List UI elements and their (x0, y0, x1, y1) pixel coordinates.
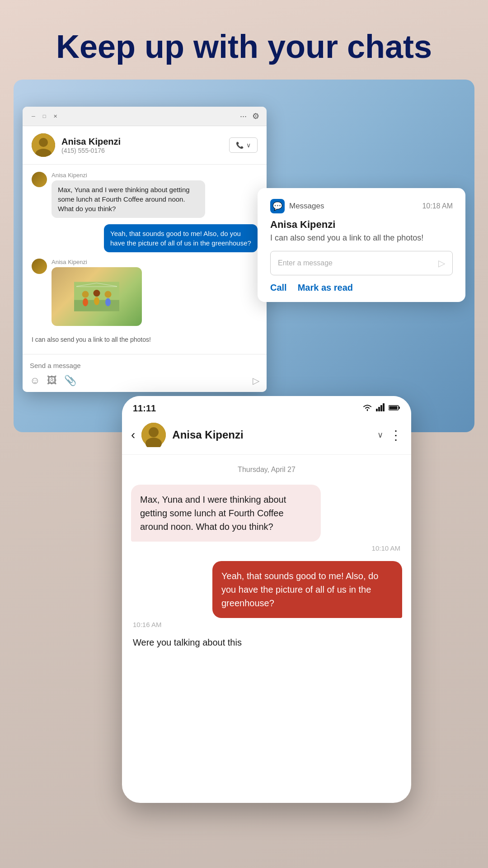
mobile-chat-header: ‹ Anisa Kipenzi ∨ ⋮ (122, 417, 411, 455)
window-controls: ─ □ ✕ (30, 113, 59, 120)
battery-icon (389, 404, 400, 413)
sender-name-2: Anisa Kipenzi (52, 259, 258, 265)
notification-reply-input[interactable]: Enter a message ▷ (270, 251, 453, 275)
date-divider: Thursday, April 27 (131, 466, 402, 474)
mobile-message-sent-1: Yeah, that sounds good to me! Also, do y… (212, 561, 402, 618)
mobile-contact-avatar (141, 423, 166, 447)
svg-rect-14 (376, 409, 378, 411)
svg-point-9 (105, 291, 112, 298)
message-content-2: Anisa Kipenzi (52, 259, 258, 326)
wifi-icon (362, 403, 372, 414)
mobile-more-options[interactable]: ⋮ (389, 428, 402, 443)
mobile-phone-frame: 11:11 (122, 396, 411, 803)
sender-name-1: Anisa Kipenzi (52, 172, 258, 179)
image-attach-icon[interactable]: 🖼 (47, 375, 57, 387)
input-actions: ☺ 🖼 📎 ▷ (30, 371, 259, 387)
notification-app-info: 💬 Messages (270, 199, 324, 213)
svg-point-5 (82, 291, 89, 298)
notification-actions: Call Mark as read (270, 283, 453, 293)
message-input-bar: ☺ 🖼 📎 ▷ (23, 354, 267, 392)
contact-details: Anisa Kipenzi (415) 555-0176 (61, 137, 121, 154)
messages-app-icon: 💬 (272, 201, 282, 211)
call-button[interactable]: 📞 ∨ (229, 137, 258, 153)
contact-avatar (32, 133, 55, 157)
desktop-messages-window: ─ □ ✕ ··· ⚙ (23, 107, 267, 392)
message-bubble-sent: Yeah, that sounds good to me! Also, do y… (104, 224, 258, 252)
svg-rect-16 (380, 405, 382, 411)
svg-rect-19 (399, 407, 400, 409)
mobile-contact-name: Anisa Kipenzi (172, 429, 371, 441)
maximize-button[interactable]: □ (41, 113, 48, 120)
svg-point-22 (149, 427, 159, 437)
notification-time: 10:18 AM (422, 202, 453, 210)
mobile-message-received-1: Max, Yuna and I were thinking about gett… (131, 485, 321, 542)
notification-call-button[interactable]: Call (270, 283, 287, 293)
svg-point-8 (94, 297, 99, 305)
message-content-1: Anisa Kipenzi Max, Yuna and I were think… (52, 172, 258, 218)
svg-point-1 (39, 138, 48, 147)
chat-area: Anisa Kipenzi Max, Yuna and I were think… (23, 165, 267, 354)
file-attach-icon[interactable]: 📎 (64, 375, 76, 387)
app-name: Messages (289, 202, 324, 211)
app-icon: 💬 (270, 199, 285, 213)
sender-avatar-2 (32, 259, 47, 274)
action-icons: ☺ 🖼 📎 (30, 375, 76, 387)
notification-send-icon[interactable]: ▷ (438, 258, 445, 269)
hero-title: Keep up with your chats (0, 0, 488, 80)
chat-message-sent-1: Yeah, that sounds good to me! Also, do y… (32, 224, 258, 252)
contact-header: Anisa Kipenzi (415) 555-0176 📞 ∨ (23, 126, 267, 165)
chat-message-received-2: Anisa Kipenzi (32, 259, 258, 326)
status-icons (362, 403, 400, 414)
settings-icon[interactable]: ⚙ (252, 111, 259, 121)
svg-point-10 (105, 298, 111, 307)
call-dropdown-icon: ∨ (246, 142, 251, 149)
last-message: I can also send you a link to all the ph… (32, 332, 258, 347)
send-button[interactable]: ▷ (253, 375, 259, 386)
window-titlebar: ─ □ ✕ ··· ⚙ (23, 107, 267, 126)
back-button[interactable]: ‹ (131, 428, 135, 442)
notification-popup: 💬 Messages 10:18 AM Anisa Kipenzi I can … (258, 188, 465, 302)
avatar-image (32, 133, 55, 157)
call-icon: 📞 (236, 142, 244, 149)
svg-rect-20 (389, 406, 398, 410)
notification-message: I can also send you a link to all the ph… (270, 233, 453, 243)
svg-rect-11 (76, 287, 117, 287)
sender-avatar-1 (32, 172, 47, 187)
mobile-message-received-partial: Were you talking about this (131, 637, 402, 648)
chat-message-received-1: Anisa Kipenzi Max, Yuna and I were think… (32, 172, 258, 218)
contact-info: Anisa Kipenzi (415) 555-0176 (32, 133, 121, 157)
svg-point-6 (83, 298, 88, 307)
mobile-msg-time-1: 10:10 AM (131, 544, 402, 552)
signal-icon (376, 403, 385, 414)
image-placeholder (52, 267, 142, 326)
emoji-icon[interactable]: ☺ (30, 375, 40, 387)
close-button[interactable]: ✕ (52, 113, 59, 120)
notification-header: 💬 Messages 10:18 AM (270, 199, 453, 213)
contact-name: Anisa Kipenzi (61, 137, 121, 147)
mobile-dropdown-icon[interactable]: ∨ (377, 430, 383, 440)
message-bubble-1: Max, Yuna and I were thinking about gett… (52, 180, 205, 218)
svg-point-7 (94, 290, 100, 297)
desktop-background: ─ □ ✕ ··· ⚙ (14, 80, 474, 432)
mobile-chat-area: Thursday, April 27 Max, Yuna and I were … (122, 455, 411, 659)
reply-placeholder: Enter a message (278, 259, 333, 267)
contact-phone: (415) 555-0176 (61, 147, 121, 154)
more-options-icon[interactable]: ··· (240, 112, 247, 121)
mobile-sent-time-1: 10:16 AM (131, 621, 402, 628)
message-image (52, 267, 142, 326)
message-input[interactable] (30, 360, 259, 371)
svg-rect-15 (378, 407, 380, 411)
minimize-button[interactable]: ─ (30, 113, 37, 120)
mobile-status-bar: 11:11 (122, 396, 411, 417)
mobile-time: 11:11 (133, 403, 156, 414)
notification-mark-read-button[interactable]: Mark as read (298, 283, 353, 293)
svg-rect-17 (383, 403, 385, 411)
notification-contact-name: Anisa Kipenzi (270, 219, 453, 231)
